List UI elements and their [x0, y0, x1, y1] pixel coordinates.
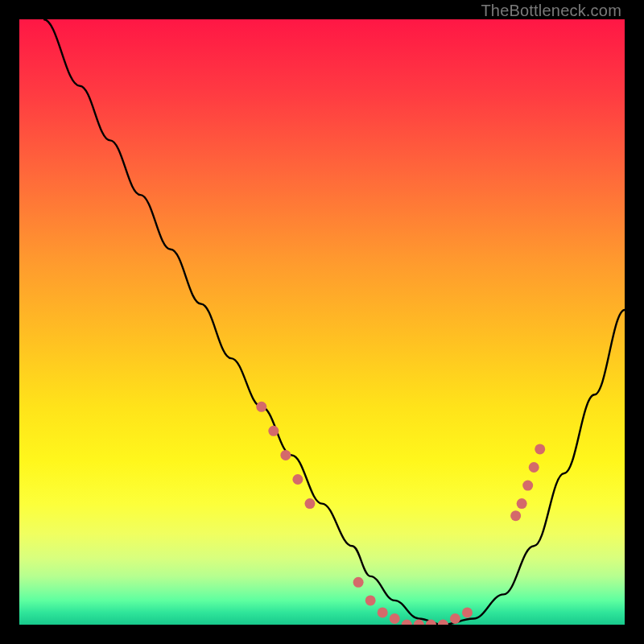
curve-marker: [510, 510, 521, 521]
curve-marker: [522, 481, 533, 491]
curve-marker: [535, 444, 545, 454]
curve-marker: [450, 613, 460, 624]
curve-marker: [256, 402, 266, 412]
curve-marker: [462, 607, 473, 617]
curve-marker: [517, 498, 527, 509]
curve-marker: [292, 474, 303, 485]
chart-frame: TheBottleneck.com: [0, 0, 644, 644]
curve-marker: [365, 595, 376, 605]
curve-marker: [390, 613, 400, 624]
curve-marker: [304, 498, 315, 509]
curve-marker: [378, 607, 388, 617]
curve-marker: [280, 450, 291, 460]
plot-area: [19, 19, 625, 625]
curve-markers: [256, 402, 545, 625]
curve-marker: [402, 620, 412, 625]
curve-marker: [529, 462, 539, 473]
curve-marker: [268, 426, 279, 436]
curve-marker: [438, 620, 448, 625]
watermark-text: TheBottleneck.com: [481, 2, 621, 20]
bottleneck-curve: [43, 19, 625, 625]
curve-marker: [414, 620, 424, 625]
curve-marker: [353, 577, 364, 588]
curve-svg: [19, 19, 625, 625]
